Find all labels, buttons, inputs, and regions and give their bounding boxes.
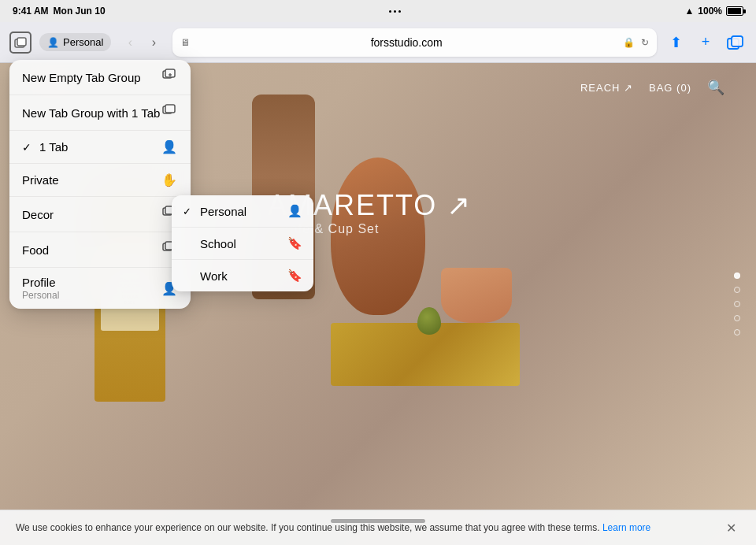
menu-item-row-3: ✓ 1 Tab (22, 140, 68, 154)
new-tab-group-icon (161, 104, 178, 121)
dot3 (398, 10, 401, 13)
svg-rect-1 (17, 38, 26, 46)
home-indicator (331, 519, 425, 523)
cookie-text: We use cookies to enhance your experienc… (16, 521, 721, 535)
private-item[interactable]: Private ✋ (9, 164, 191, 197)
date: Mon Jun 10 (54, 6, 106, 17)
new-empty-tab-group-label: New Empty Tab Group (22, 71, 141, 84)
school-label: School (200, 237, 236, 250)
time: 9:41 AM (13, 6, 49, 17)
browser-chrome: 👤 Personal ‹ › 🖥 forsstudio.com 🔒 ↻ ⬆ + (0, 22, 756, 63)
new-tab-button[interactable]: + (695, 32, 717, 54)
status-bar: 9:41 AM Mon Jun 10 ▲ 100% (0, 0, 756, 22)
bottle-round (331, 158, 425, 315)
personal-icon: 👤 (287, 204, 302, 218)
dot1 (389, 10, 391, 13)
pagination-dots (734, 272, 740, 336)
personal-left: ✓ Personal (183, 205, 246, 218)
cup (441, 268, 512, 323)
share-button[interactable]: ⬆ (665, 32, 687, 54)
work-label: Work (200, 269, 228, 283)
tab-group-dropdown: New Empty Tab Group New Tab Group with 1… (9, 60, 191, 309)
bag-link[interactable]: BAG (0) (649, 82, 691, 94)
profile-label: Personal (63, 36, 103, 48)
url-text: forsstudio.com (196, 36, 617, 49)
decor-label: Decor (22, 208, 161, 221)
back-button[interactable]: ‹ (119, 32, 141, 54)
profile-item-row: Profile Personal 👤 (22, 276, 178, 301)
food-item[interactable]: Food (9, 232, 191, 268)
1-tab-label: 1 Tab (39, 140, 68, 154)
svg-rect-9 (165, 105, 175, 113)
new-empty-tab-group-item[interactable]: New Empty Tab Group (9, 60, 191, 95)
refresh-icon: ↻ (641, 37, 649, 48)
new-empty-tab-group-icon (161, 69, 178, 86)
cookie-close-button[interactable]: ✕ (721, 518, 740, 537)
status-left: 9:41 AM Mon Jun 10 (13, 6, 106, 17)
page-dot-4[interactable] (734, 315, 740, 321)
status-center (389, 10, 401, 13)
new-tab-group-1tab-item[interactable]: New Tab Group with 1 Tab (9, 95, 191, 131)
food-label: Food (22, 243, 161, 257)
work-icon: 🔖 (287, 269, 302, 283)
school-left: School (183, 237, 236, 250)
battery: 100% (698, 6, 722, 17)
tab-person-icon: 👤 (161, 139, 178, 154)
work-profile-item[interactable]: Work 🔖 (172, 260, 313, 291)
page-dot-5[interactable] (734, 329, 740, 336)
reach-link[interactable]: REACH ↗ (580, 82, 633, 94)
display-icon: 🖥 (180, 37, 190, 48)
profile-sub-dropdown: ✓ Personal 👤 School 🔖 Work 🔖 (172, 195, 313, 291)
tab-switcher-button[interactable] (9, 32, 32, 54)
profile-icon: 👤 (47, 37, 59, 48)
menu-item-row-2: New Tab Group with 1 Tab (22, 106, 160, 120)
page-dot-2[interactable] (734, 287, 740, 293)
personal-label: Personal (200, 205, 246, 218)
page-dot-1[interactable] (734, 272, 740, 279)
1-tab-item[interactable]: ✓ 1 Tab 👤 (9, 131, 191, 164)
check-mark: ✓ (22, 141, 32, 154)
profile-text: Profile Personal (22, 276, 59, 301)
private-icon: ✋ (161, 172, 178, 187)
school-profile-item[interactable]: School 🔖 (172, 228, 313, 260)
personal-check: ✓ (183, 206, 195, 217)
profile-pill[interactable]: 👤 Personal (39, 33, 111, 51)
status-right: ▲ 100% (684, 6, 743, 17)
wifi-icon: ▲ (684, 6, 694, 17)
dot2 (394, 10, 396, 13)
menu-item-row: New Empty Tab Group (22, 71, 141, 84)
cookie-learn-more[interactable]: Learn more (602, 522, 650, 533)
page-dot-3[interactable] (734, 301, 740, 307)
school-icon: 🔖 (287, 236, 302, 250)
profile-item[interactable]: Profile Personal 👤 (9, 268, 191, 309)
search-icon[interactable]: 🔍 (707, 79, 724, 96)
toolbar-right: ⬆ + (665, 32, 747, 54)
private-label: Private (22, 173, 161, 187)
cookie-banner: We use cookies to enhance your experienc… (0, 510, 756, 545)
new-tab-group-1tab-label: New Tab Group with 1 Tab (22, 106, 160, 120)
forward-button[interactable]: › (143, 32, 165, 54)
tabs-button[interactable] (724, 32, 747, 54)
site-nav-right: REACH ↗ BAG (0) 🔍 (580, 79, 724, 96)
svg-rect-3 (732, 36, 743, 46)
battery-icon (726, 6, 743, 16)
nav-arrows: ‹ › (119, 32, 165, 54)
lock-icon: 🔒 (623, 37, 635, 48)
profile-item-sublabel: Personal (22, 290, 59, 301)
address-bar[interactable]: 🖥 forsstudio.com 🔒 ↻ (172, 28, 657, 57)
decor-item[interactable]: Decor (9, 197, 191, 232)
work-left: Work (183, 269, 228, 283)
personal-profile-item[interactable]: ✓ Personal 👤 (172, 195, 313, 228)
profile-item-label: Profile (22, 276, 59, 289)
olive (417, 307, 441, 335)
